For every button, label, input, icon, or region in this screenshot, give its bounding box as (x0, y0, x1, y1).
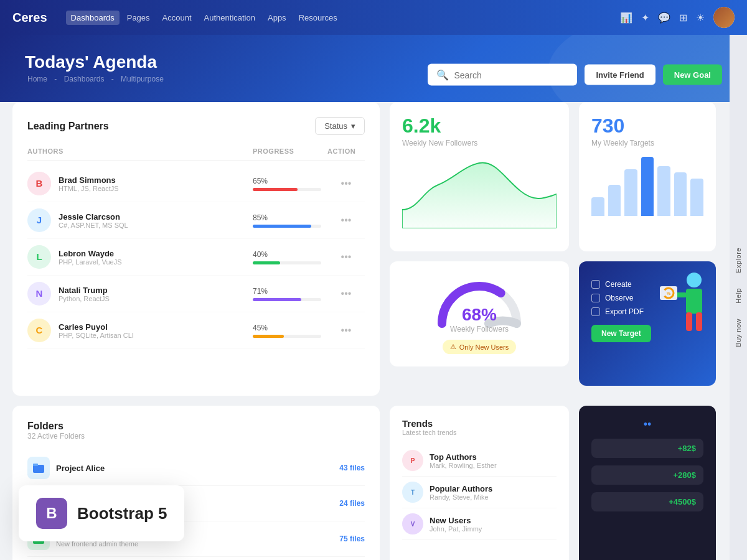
progress-cell: 40% (253, 250, 327, 264)
author-name: Lebron Wayde (59, 249, 122, 258)
table-row: L Lebron Wayde PHP, Laravel, VueJS 40% •… (27, 239, 365, 276)
gauge-wrap: 68% Weekly Followers ⚠ Only New Users (402, 274, 557, 354)
nav-account[interactable]: Account (157, 11, 197, 25)
table-header: AUTHORS PROGRESS ACTION (27, 147, 365, 161)
trend-icon: T (402, 482, 423, 503)
avatar: L (27, 245, 51, 269)
gauge-note: ⚠ Only New Users (443, 340, 516, 354)
folder-files: 75 files (339, 534, 365, 543)
followers-label: Weekly New Followers (402, 139, 557, 147)
folder-row: Project Alice 43 files (27, 450, 365, 486)
sidebar-tab-explore[interactable]: Explore (732, 240, 745, 281)
action-menu[interactable]: ••• (327, 251, 365, 263)
table-row: C Carles Puyol PHP, SQLite, Artisan CLI … (27, 312, 365, 349)
author-name: Natali Trump (59, 286, 110, 295)
svg-text:P: P (411, 457, 415, 464)
table-row: B Brad Simmons HTML, JS, ReactJS 65% ••• (27, 166, 365, 202)
folder-files: 43 files (339, 464, 365, 472)
trend-name: Top Authors (430, 452, 497, 462)
panel-title: Leading Partners (27, 121, 109, 132)
chart-icon[interactable]: 📊 (620, 12, 632, 24)
progress-cell: 45% (253, 324, 327, 338)
avatar[interactable] (713, 7, 735, 28)
page-title: Todays' Agenda (25, 52, 722, 72)
sidebar-tab-buy[interactable]: Buy now (732, 311, 745, 355)
checkbox[interactable] (591, 307, 600, 316)
followers-stat: 6.2k (402, 114, 557, 138)
svg-rect-11 (686, 289, 702, 314)
progress-cell: 85% (253, 213, 327, 228)
panel-header: Leading Partners Status ▾ (27, 117, 365, 135)
search-box[interactable]: 🔍 (428, 64, 577, 86)
sun-icon[interactable]: ☀ (696, 12, 705, 24)
grid-icon[interactable]: ⊞ (679, 12, 687, 24)
folder-info: Project Alice (27, 457, 105, 479)
author-info: J Jessie Clarcson C#, ASP.NET, MS SQL (27, 208, 253, 232)
author-skills: PHP, Laravel, VueJS (59, 258, 122, 266)
nav-pages[interactable]: Pages (122, 11, 155, 25)
action-menu[interactable]: ••• (327, 325, 365, 336)
dark-stat: +280$ (591, 465, 703, 485)
sparkle-icon[interactable]: ✦ (641, 12, 649, 24)
svg-text:T: T (411, 489, 415, 496)
wave-chart (402, 154, 557, 228)
sidebar-tab-help[interactable]: Help (732, 281, 745, 311)
author-info: C Carles Puyol PHP, SQLite, Artisan CLI (27, 319, 253, 342)
svg-point-10 (687, 273, 702, 287)
checkbox[interactable] (591, 280, 600, 289)
header-actions: 🔍 Invite Friend New Goal (428, 64, 722, 86)
invite-friend-button[interactable]: Invite Friend (585, 65, 655, 85)
promo-illustration: % (654, 268, 710, 348)
bar (641, 157, 654, 216)
avatar: N (27, 282, 51, 306)
table-row: N Natali Trump Python, ReactJS 71% ••• (27, 276, 365, 312)
promo-card: Cereate Observe Export PDF New Target (579, 261, 716, 386)
author-info: B Brad Simmons HTML, JS, ReactJS (27, 172, 253, 195)
svg-text:V: V (411, 521, 415, 528)
bar (591, 197, 604, 216)
action-menu[interactable]: ••• (327, 178, 365, 189)
nav-dashboards[interactable]: Dashboards (66, 11, 120, 25)
gauge-label: Weekly Followers (450, 325, 509, 334)
targets-stat: 730 (591, 114, 703, 138)
avatar: C (27, 319, 51, 342)
folder-files: 24 files (339, 499, 365, 508)
nav-apps[interactable]: Apps (263, 11, 291, 25)
targets-card: 730 My Weekly Targets (579, 102, 716, 251)
author-info: N Natali Trump Python, ReactJS (27, 282, 253, 306)
svg-rect-12 (686, 312, 692, 331)
navbar: Ceres Dashboards Pages Account Authentic… (0, 0, 747, 35)
action-menu[interactable]: ••• (327, 215, 365, 226)
nav-authentication[interactable]: Authentication (199, 11, 260, 25)
nav-items: Dashboards Pages Account Authentication … (66, 11, 342, 25)
action-menu[interactable]: ••• (327, 288, 365, 299)
checkbox[interactable] (591, 294, 600, 302)
targets-label: My Weekly Targets (591, 139, 703, 147)
svg-text:N: N (36, 288, 43, 299)
trend-row: T Popular Authors Randy, Steve, Mike (402, 477, 557, 508)
progress-cell: 65% (253, 177, 327, 191)
avatar: B (27, 172, 51, 195)
status-button[interactable]: Status ▾ (315, 117, 365, 135)
gauge-percent: 68% (462, 305, 497, 325)
svg-text:%: % (667, 291, 671, 296)
chevron-down-icon: ▾ (351, 121, 355, 131)
svg-text:B: B (36, 178, 43, 189)
gauge-card: 68% Weekly Followers ⚠ Only New Users (390, 261, 569, 366)
dark-panel: •• +82$ +280$ +4500$ (579, 406, 716, 560)
nav-icons: 📊 ✦ 💬 ⊞ ☀ (620, 7, 735, 28)
middle-panel: 6.2k Weekly New Followers (390, 102, 569, 386)
chat-icon[interactable]: 💬 (658, 12, 670, 24)
bar-chart (591, 154, 703, 216)
dark-stat: +82$ (591, 439, 703, 458)
progress-cell: 71% (253, 287, 327, 301)
trend-authors: Mark, Rowling, Esther (430, 462, 497, 469)
bar (690, 179, 703, 216)
new-goal-button[interactable]: New Goal (663, 65, 722, 85)
search-input[interactable] (454, 70, 568, 80)
nav-resources[interactable]: Resources (294, 11, 342, 25)
svg-rect-19 (33, 464, 38, 466)
trend-name: Popular Authors (430, 484, 492, 493)
new-target-button[interactable]: New Target (591, 325, 651, 342)
trend-row: V New Users John, Pat, Jimmy (402, 508, 557, 540)
